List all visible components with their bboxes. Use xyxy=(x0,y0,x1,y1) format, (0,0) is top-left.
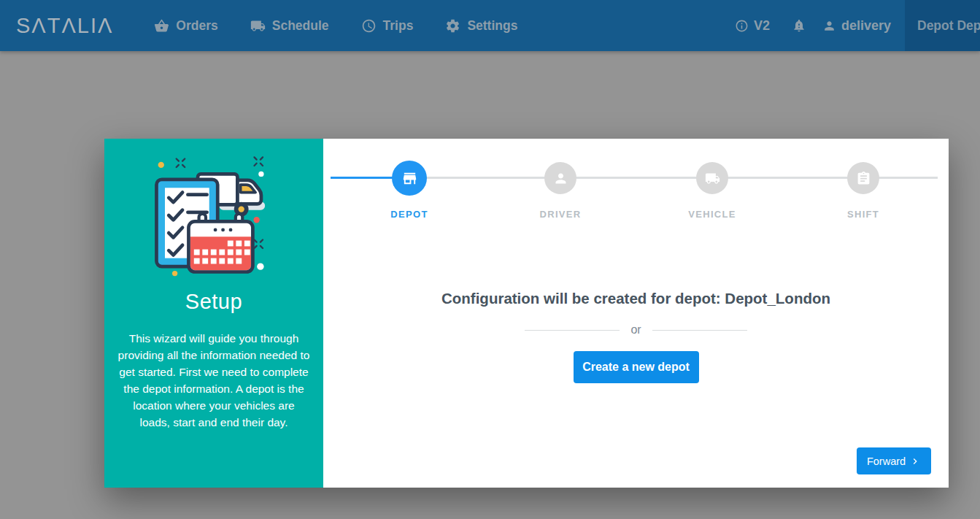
wizard-title: Setup xyxy=(104,290,323,314)
nav-label-schedule: Schedule xyxy=(272,18,329,34)
nav-item-orders[interactable]: Orders xyxy=(154,18,217,34)
step-vehicle-label: VEHICLE xyxy=(661,209,763,220)
depot-selector[interactable]: Depot Depot_London xyxy=(905,0,980,51)
version-indicator[interactable]: V2 xyxy=(735,18,770,34)
clipboard-icon xyxy=(856,171,871,186)
divider-line xyxy=(525,330,620,331)
nav-item-settings[interactable]: Settings xyxy=(445,18,517,34)
top-navbar: SΛTΛLIΛ Orders Schedule Trips Settings xyxy=(0,0,980,51)
wizard-description: This wizard will guide you through provi… xyxy=(117,331,310,431)
step-driver-label: DRIVER xyxy=(509,209,611,220)
chevron-right-icon xyxy=(909,455,921,467)
wizard-sidebar: Setup This wizard will guide you through… xyxy=(104,139,323,488)
bell-icon xyxy=(792,18,806,33)
gear-icon xyxy=(445,18,460,34)
step-vehicle-circle xyxy=(696,162,728,194)
navbar-right: V2 delivery xyxy=(735,18,891,34)
info-icon xyxy=(735,19,749,33)
truck-icon xyxy=(705,171,720,186)
wizard-stepper: DEPOT DRIVER VEHICLE xyxy=(323,139,949,237)
basket-icon xyxy=(154,18,169,34)
or-divider: or xyxy=(323,320,949,340)
divider-line xyxy=(652,330,747,331)
nav-label-settings: Settings xyxy=(467,18,517,34)
nav-item-trips[interactable]: Trips xyxy=(361,18,414,34)
person-icon xyxy=(822,19,836,33)
user-menu[interactable]: delivery xyxy=(822,18,891,34)
step-shift[interactable]: SHIFT xyxy=(812,139,914,220)
version-label: V2 xyxy=(754,18,770,34)
user-label: delivery xyxy=(841,18,891,34)
truck-icon xyxy=(250,18,266,34)
step-shift-label: SHIFT xyxy=(812,209,914,220)
setup-wizard-modal: Setup This wizard will guide you through… xyxy=(104,139,949,488)
app-screen: SΛTΛLIΛ Orders Schedule Trips Settings xyxy=(0,0,980,519)
wizard-content: DEPOT DRIVER VEHICLE xyxy=(323,139,949,488)
main-nav: Orders Schedule Trips Settings xyxy=(154,18,517,34)
step-shift-circle xyxy=(847,162,879,194)
step-vehicle[interactable]: VEHICLE xyxy=(661,139,763,220)
store-icon xyxy=(401,170,418,187)
forward-button-label: Forward xyxy=(867,455,906,467)
setup-illustration xyxy=(149,154,279,277)
step-depot-label: DEPOT xyxy=(358,209,460,220)
divider-label: or xyxy=(630,323,641,337)
nav-label-orders: Orders xyxy=(176,18,217,34)
nav-label-trips: Trips xyxy=(383,18,414,34)
step-driver-circle xyxy=(544,162,576,194)
notifications-button[interactable] xyxy=(792,18,806,33)
depot-selector-label: Depot Depot_London xyxy=(917,18,980,34)
step-depot-circle xyxy=(392,161,427,196)
create-depot-button[interactable]: Create a new depot xyxy=(574,351,699,383)
forward-button[interactable]: Forward xyxy=(857,447,931,474)
configuration-message: Configuration will be created for depot:… xyxy=(323,290,949,307)
person-icon xyxy=(553,171,568,186)
satalia-logo[interactable]: SΛTΛLIΛ xyxy=(16,14,113,38)
step-driver[interactable]: DRIVER xyxy=(509,139,611,220)
nav-item-schedule[interactable]: Schedule xyxy=(250,18,329,34)
clock-icon xyxy=(361,18,377,34)
step-depot[interactable]: DEPOT xyxy=(358,139,460,220)
